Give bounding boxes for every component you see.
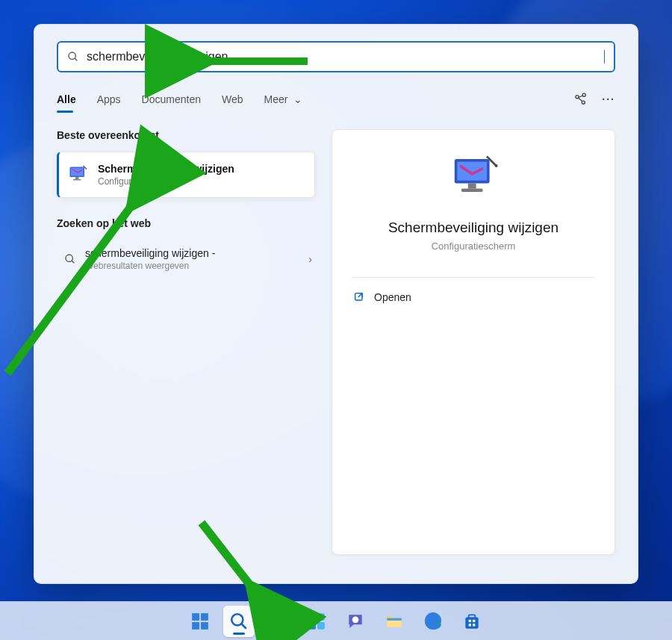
search-icon <box>64 253 76 265</box>
chevron-right-icon: › <box>308 253 312 265</box>
svg-rect-25 <box>201 622 208 630</box>
search-icon <box>67 51 79 63</box>
tab-web[interactable]: Web <box>222 93 243 105</box>
tab-documents[interactable]: Documenten <box>142 93 201 105</box>
preview-title: Schermbeveiliging wijzigen <box>388 220 559 236</box>
svg-line-1 <box>75 58 77 60</box>
windows-search-panel: Alle Apps Documenten Web Meer ⌄ ··· Best… <box>34 24 638 584</box>
svg-rect-37 <box>465 617 478 628</box>
svg-rect-23 <box>201 613 208 621</box>
svg-rect-30 <box>308 613 316 630</box>
task-view-icon <box>268 612 287 631</box>
windows-logo-icon <box>190 612 210 631</box>
svg-rect-8 <box>73 179 81 181</box>
search-icon <box>229 612 249 631</box>
tab-all[interactable]: Alle <box>57 93 76 105</box>
taskbar-search-button[interactable] <box>223 606 255 637</box>
svg-rect-38 <box>469 615 476 618</box>
svg-rect-42 <box>473 624 475 626</box>
open-label: Openen <box>374 291 411 303</box>
folder-icon <box>385 612 404 631</box>
svg-line-27 <box>241 624 246 629</box>
best-match-category: Configuratiescherm <box>98 176 234 187</box>
task-view-button[interactable] <box>262 606 293 637</box>
svg-rect-31 <box>317 613 325 621</box>
tab-more-label: Meer <box>264 93 288 105</box>
result-preview-card: Schermbeveiliging wijzigen Configuraties… <box>332 129 615 555</box>
svg-rect-34 <box>387 619 402 627</box>
svg-line-11 <box>72 261 74 263</box>
svg-rect-7 <box>75 177 79 179</box>
svg-rect-13 <box>457 162 487 181</box>
chat-icon <box>346 612 365 631</box>
svg-rect-14 <box>468 183 476 188</box>
preview-category: Configuratiescherm <box>432 240 516 252</box>
search-input[interactable] <box>87 50 597 63</box>
svg-point-4 <box>582 101 585 104</box>
svg-rect-41 <box>469 624 471 626</box>
web-result[interactable]: schermbeveiliging wijzigen - Webresultat… <box>57 240 315 279</box>
svg-point-17 <box>495 164 498 167</box>
svg-rect-40 <box>473 619 475 621</box>
svg-rect-29 <box>276 618 287 628</box>
web-result-subtitle: Webresultaten weergeven <box>85 261 299 271</box>
chat-button[interactable] <box>340 606 371 637</box>
svg-rect-22 <box>192 613 199 621</box>
svg-point-33 <box>352 616 359 623</box>
edge-icon <box>423 612 443 631</box>
store-icon <box>462 612 482 631</box>
tab-more[interactable]: Meer ⌄ <box>264 93 303 105</box>
more-options-icon[interactable]: ··· <box>602 93 615 105</box>
start-button[interactable] <box>184 606 216 637</box>
search-tabs: Alle Apps Documenten Web Meer ⌄ ··· <box>57 92 615 107</box>
edge-button[interactable] <box>417 606 449 637</box>
svg-point-10 <box>66 255 72 261</box>
svg-rect-32 <box>317 622 325 630</box>
microsoft-store-button[interactable] <box>456 606 488 637</box>
screensaver-icon <box>66 164 89 186</box>
web-result-query: schermbeveiliging wijzigen <box>85 247 209 259</box>
screensaver-icon <box>447 152 500 206</box>
file-explorer-button[interactable] <box>379 606 410 637</box>
open-action[interactable]: Openen <box>352 285 595 309</box>
text-caret <box>604 50 605 63</box>
svg-point-26 <box>231 614 243 625</box>
chevron-down-icon: ⌄ <box>293 93 302 105</box>
best-match-result[interactable]: Schermbeveiliging wijzigen Configuraties… <box>57 152 315 198</box>
best-match-header: Beste overeenkomst <box>57 129 315 141</box>
search-web-header: Zoeken op het web <box>57 217 315 229</box>
search-box[interactable] <box>57 41 615 72</box>
share-across-devices-icon[interactable] <box>573 92 588 107</box>
svg-point-0 <box>69 52 75 59</box>
svg-rect-35 <box>387 618 402 620</box>
taskbar <box>0 601 672 640</box>
divider <box>352 277 595 278</box>
svg-point-2 <box>576 96 579 99</box>
tab-apps[interactable]: Apps <box>97 93 121 105</box>
best-match-title: Schermbeveiliging wijzigen <box>98 163 234 175</box>
svg-rect-15 <box>461 189 483 193</box>
open-external-icon <box>353 291 365 303</box>
widgets-button[interactable] <box>301 606 332 637</box>
widgets-icon <box>307 612 326 631</box>
web-result-dash: - <box>212 247 216 259</box>
svg-rect-24 <box>192 622 199 630</box>
svg-rect-39 <box>469 619 471 621</box>
